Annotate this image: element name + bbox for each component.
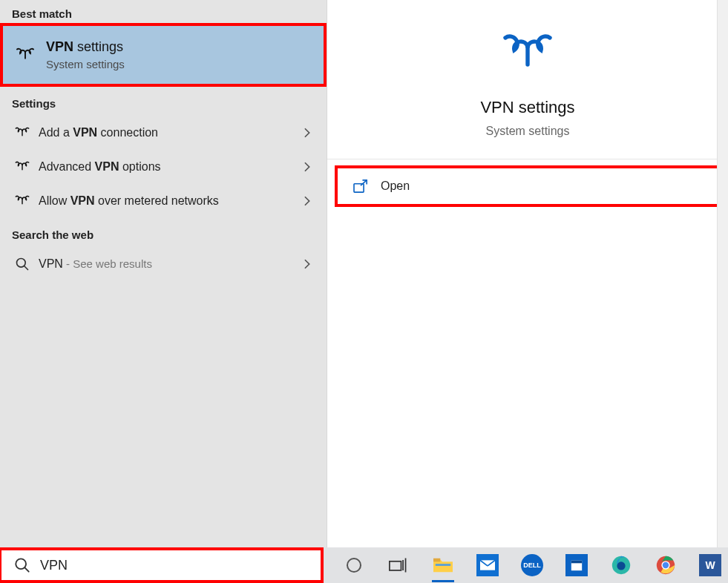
label-bold: VPN bbox=[70, 194, 95, 207]
chrome-icon[interactable] bbox=[650, 550, 681, 580]
title-bold: VPN bbox=[46, 39, 73, 54]
search-icon bbox=[12, 257, 33, 271]
search-web-header: Search the web bbox=[0, 218, 327, 247]
settings-item-advanced-vpn[interactable]: Advanced VPN options bbox=[0, 150, 327, 184]
open-action[interactable]: Open bbox=[338, 168, 718, 204]
cortana-circle-icon[interactable] bbox=[338, 550, 370, 580]
best-match-text: VPN settings System settings bbox=[46, 39, 125, 70]
preview-subtitle: System settings bbox=[486, 125, 570, 138]
file-explorer-icon[interactable] bbox=[427, 550, 459, 580]
web-result-item[interactable]: VPN - See web results bbox=[0, 247, 327, 281]
label-prefix: Allow bbox=[39, 194, 70, 207]
svg-point-11 bbox=[617, 561, 625, 570]
svg-rect-1 bbox=[354, 184, 364, 192]
best-match-subtitle: System settings bbox=[46, 58, 125, 70]
label-suffix: over metered networks bbox=[95, 194, 219, 207]
svg-point-3 bbox=[347, 559, 361, 572]
label-bold: VPN bbox=[73, 126, 97, 139]
label-suffix: connection bbox=[97, 126, 158, 139]
vpn-icon bbox=[12, 160, 33, 174]
web-result-prefix: VPN bbox=[39, 257, 63, 270]
settings-item-label: Advanced VPN options bbox=[39, 160, 300, 174]
open-in-app-icon bbox=[351, 179, 370, 193]
vpn-icon bbox=[12, 46, 39, 64]
edge-icon[interactable] bbox=[606, 550, 637, 580]
search-input[interactable] bbox=[40, 558, 313, 573]
vpn-icon bbox=[12, 126, 33, 139]
label-prefix: Add a bbox=[39, 126, 73, 139]
taskbar-search[interactable] bbox=[1, 550, 321, 580]
svg-rect-4 bbox=[390, 561, 401, 570]
chevron-right-icon bbox=[300, 162, 315, 172]
settings-item-allow-vpn-metered[interactable]: Allow VPN over metered networks bbox=[0, 184, 327, 218]
taskbar: DELL bbox=[0, 547, 728, 583]
task-view-icon[interactable] bbox=[383, 550, 414, 580]
dell-icon[interactable]: DELL bbox=[517, 550, 548, 580]
chevron-right-icon bbox=[300, 128, 315, 138]
web-result-sub: - See web results bbox=[63, 257, 152, 270]
label-suffix: options bbox=[119, 160, 161, 173]
open-action-label: Open bbox=[381, 179, 410, 193]
title-rest: settings bbox=[73, 39, 123, 54]
svg-rect-6 bbox=[436, 564, 450, 566]
settings-item-add-vpn[interactable]: Add a VPN connection bbox=[0, 116, 327, 150]
svg-point-14 bbox=[663, 562, 669, 568]
svg-rect-5 bbox=[433, 559, 440, 562]
preview-header: VPN settings System settings bbox=[327, 0, 728, 159]
calendar-icon[interactable] bbox=[561, 550, 592, 580]
taskbar-icons: DELL bbox=[338, 550, 726, 580]
best-match-result[interactable]: VPN settings System settings bbox=[3, 26, 324, 84]
chevron-right-icon bbox=[300, 259, 315, 269]
preview-title: VPN settings bbox=[480, 98, 574, 117]
chevron-right-icon bbox=[300, 196, 315, 206]
word-icon[interactable]: W bbox=[695, 550, 726, 580]
preview-pane: VPN settings System settings Open bbox=[327, 0, 728, 547]
web-result-label: VPN - See web results bbox=[39, 257, 300, 271]
best-match-title: VPN settings bbox=[46, 39, 125, 55]
start-search-window: Best match VPN settings Syst bbox=[0, 0, 728, 583]
svg-rect-9 bbox=[571, 561, 582, 564]
settings-item-label: Allow VPN over metered networks bbox=[39, 194, 300, 208]
settings-item-label: Add a VPN connection bbox=[39, 126, 300, 139]
label-prefix: Advanced bbox=[39, 160, 95, 173]
vpn-icon bbox=[12, 194, 33, 208]
vpn-icon bbox=[501, 33, 554, 77]
label-bold: VPN bbox=[95, 160, 119, 173]
scrollbar[interactable] bbox=[717, 0, 728, 547]
settings-header: Settings bbox=[0, 84, 327, 116]
best-match-header: Best match bbox=[0, 0, 327, 26]
main-area: Best match VPN settings Syst bbox=[0, 0, 728, 547]
search-icon bbox=[13, 557, 31, 573]
mail-icon[interactable] bbox=[472, 550, 503, 580]
results-pane: Best match VPN settings Syst bbox=[0, 0, 327, 547]
